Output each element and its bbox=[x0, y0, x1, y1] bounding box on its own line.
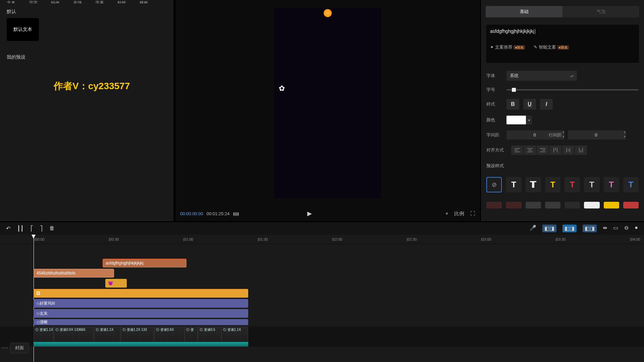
zoom-dot-icon[interactable]: ● bbox=[635, 225, 638, 232]
image-clip[interactable]: 🖼 bbox=[34, 289, 248, 298]
default-text-preset[interactable]: 默认文本 bbox=[7, 18, 39, 41]
ruler-tick: |03:30 bbox=[555, 237, 566, 241]
fullscreen-icon[interactable]: ⛶ bbox=[470, 210, 475, 217]
undo-icon[interactable]: ↶ bbox=[6, 225, 10, 232]
image-track[interactable]: 🖼 bbox=[0, 289, 644, 298]
font-size-slider[interactable] bbox=[506, 89, 639, 90]
preset-chip[interactable] bbox=[526, 202, 541, 208]
letter-spacing-label: 字间距 bbox=[486, 132, 500, 138]
align-v-top[interactable] bbox=[549, 145, 561, 155]
tab-template[interactable]: 模板 bbox=[140, 0, 148, 3]
underline-button[interactable]: U bbox=[523, 99, 536, 110]
fx-track[interactable]: 清晰 bbox=[0, 319, 644, 325]
text-clip[interactable]: asfdgfhghgjhjhkjkjkjkj bbox=[103, 259, 186, 267]
preset-chip[interactable] bbox=[545, 202, 560, 208]
ai-smart-button[interactable]: ✎ 智能文案 ●限免 bbox=[534, 44, 569, 50]
letter-spacing-input[interactable]: ▴▾ bbox=[506, 130, 529, 139]
ruler-tick: |04:00 bbox=[630, 237, 640, 241]
preset-none[interactable]: ⊘ bbox=[486, 177, 502, 192]
magnet-c-icon[interactable]: ◧◨ bbox=[583, 225, 597, 232]
video-clip[interactable]: ◎ 变 bbox=[184, 326, 198, 341]
preset-style-item[interactable]: T bbox=[604, 177, 619, 192]
preset-style-item[interactable]: T bbox=[545, 177, 560, 192]
timeline[interactable]: |00:00|00:30|01:00|01:30|02:00|02:30|03:… bbox=[0, 235, 644, 362]
split-icon[interactable]: ┃┃ bbox=[17, 225, 24, 232]
ai-recommend-button[interactable]: ✦ 文案推荐 ●限免 bbox=[490, 44, 525, 50]
style-label: 样式 bbox=[486, 101, 500, 107]
tab-fx[interactable]: 特效 bbox=[51, 0, 60, 3]
trim-right-icon[interactable]: ⎤ bbox=[40, 225, 43, 232]
text-content-input[interactable]: asfdgfhghgjhjhkjkjkjkj ✦ 文案推荐 ●限免 ✎ 智能文案… bbox=[486, 24, 639, 63]
fx-track[interactable]: 好莱坞III bbox=[0, 299, 644, 308]
audio-waveform bbox=[34, 342, 248, 347]
time-ruler[interactable]: |00:00|00:30|01:00|01:30|02:00|02:30|03:… bbox=[0, 235, 644, 244]
preset-chip[interactable] bbox=[604, 202, 619, 208]
sticker-clip[interactable]: 😈 bbox=[105, 279, 127, 288]
preset-style-item[interactable]: T bbox=[506, 177, 521, 192]
fx-clip[interactable]: 好莱坞III bbox=[34, 299, 248, 308]
tab-fancy[interactable]: 花字 bbox=[29, 0, 38, 3]
preset-style-item[interactable]: T bbox=[565, 177, 580, 192]
snapshot-icon[interactable]: ⌖ bbox=[445, 210, 448, 217]
preset-style-item[interactable]: T bbox=[623, 177, 639, 192]
trim-left-icon[interactable]: ⎡ bbox=[31, 225, 33, 232]
text-clip[interactable]: 4546sfdfsdfsdfsdfdsfs bbox=[34, 269, 114, 278]
cover-button[interactable]: 封面 bbox=[10, 343, 29, 353]
tab-bubble[interactable]: 气泡 bbox=[562, 6, 639, 17]
preset-chip[interactable] bbox=[506, 202, 521, 208]
video-clip[interactable]: ◎ 变速0.9X bbox=[154, 326, 184, 341]
tab-text[interactable]: 文本 bbox=[7, 0, 15, 3]
align-right[interactable] bbox=[537, 145, 549, 155]
align-left[interactable] bbox=[511, 145, 523, 155]
ruler-tick: |03:00 bbox=[481, 237, 491, 241]
tab-sticker[interactable]: 贴纸 bbox=[117, 0, 126, 3]
video-clip[interactable]: ◎ 变速0.5 bbox=[198, 326, 221, 341]
tab-trans[interactable]: 关场 bbox=[73, 0, 82, 3]
video-clip[interactable]: ◎ 变速1.1X bbox=[34, 326, 54, 341]
preview-canvas[interactable]: ✿ bbox=[274, 8, 381, 198]
video-clip[interactable]: ◎ 变速0.9X 133665 bbox=[54, 326, 94, 341]
zoom-out-icon[interactable]: ⊖ bbox=[624, 225, 629, 232]
delete-icon[interactable]: 🗑 bbox=[49, 225, 55, 232]
align-v-bot[interactable] bbox=[575, 145, 587, 155]
link-icon[interactable]: ⇹ bbox=[603, 225, 607, 232]
video-clip[interactable]: ◎ 变速1.1X bbox=[94, 326, 121, 341]
ratio-button[interactable]: 比例 bbox=[454, 210, 464, 217]
preset-chip[interactable] bbox=[584, 202, 599, 208]
fx-track[interactable]: 去灰 bbox=[0, 309, 644, 318]
tab-basic[interactable]: 基础 bbox=[486, 6, 562, 17]
time-current: 00:00:00:00 bbox=[180, 211, 203, 216]
preset-style-item[interactable]: 𝕋 bbox=[526, 177, 541, 192]
text-track[interactable]: asfdgfhghgjhjhkjkjkjkj bbox=[0, 259, 644, 267]
magnet-b-icon[interactable]: ◧◨ bbox=[562, 225, 577, 232]
sticker-track[interactable]: 😈 bbox=[0, 279, 644, 288]
video-track[interactable]: ◎ 变速1.1X◎ 变速0.9X 133665◎ 变速1.1X◎ 变速1.2X … bbox=[0, 326, 644, 347]
play-button[interactable]: ▶ bbox=[307, 210, 312, 217]
preset-chip[interactable] bbox=[486, 202, 502, 208]
size-label: 字号 bbox=[486, 87, 500, 93]
font-label: 字体 bbox=[486, 73, 500, 79]
screen-icon[interactable]: ▭ bbox=[613, 225, 618, 232]
video-clip[interactable]: ◎ 变速1.2X 133 bbox=[121, 326, 154, 341]
align-v-mid[interactable] bbox=[562, 145, 574, 155]
preset-style-item[interactable]: T bbox=[584, 177, 599, 192]
bold-button[interactable]: B bbox=[506, 99, 519, 110]
italic-button[interactable]: I bbox=[540, 99, 553, 110]
more-tracks-icon[interactable]: ⋯ bbox=[2, 344, 8, 351]
color-picker[interactable]: ▾ bbox=[506, 116, 532, 124]
font-select[interactable]: 系统▴▾ bbox=[506, 71, 577, 81]
magnet-a-icon[interactable]: ◧◨ bbox=[542, 225, 556, 232]
preset-chip[interactable] bbox=[565, 202, 580, 208]
video-clip[interactable]: ◎ 变速1.1X bbox=[221, 326, 248, 341]
fx-clip[interactable]: 去灰 bbox=[34, 309, 248, 318]
fx-clip[interactable]: 清晰 bbox=[34, 319, 248, 325]
text-track[interactable]: 4546sfdfsdfsdfsdfdsfs bbox=[0, 269, 644, 278]
align-center[interactable] bbox=[524, 145, 536, 155]
mic-icon[interactable]: 🎤 bbox=[530, 225, 536, 232]
preset-chip[interactable] bbox=[623, 202, 639, 208]
line-spacing-input[interactable]: ▴▾ bbox=[568, 130, 591, 139]
tab-sub[interactable]: 字幕 bbox=[95, 0, 104, 3]
preset-style-label: 预设样式 bbox=[486, 163, 639, 169]
text-cursor bbox=[535, 29, 535, 34]
columns-icon[interactable]: ▮▮▮ bbox=[233, 211, 239, 216]
